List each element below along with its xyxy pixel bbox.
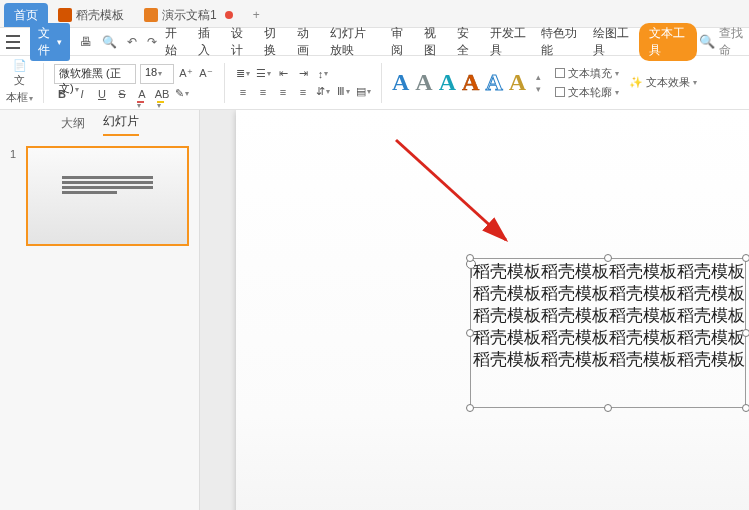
- presentation-icon: [58, 8, 72, 22]
- thumbnail-list: 1: [0, 136, 199, 256]
- align-left-button[interactable]: ≡: [235, 84, 251, 100]
- menu-review[interactable]: 审阅: [385, 23, 416, 61]
- group-textbox[interactable]: 📄 文 本框: [6, 60, 33, 105]
- align-justify-button[interactable]: ≡: [295, 84, 311, 100]
- qat-print-icon[interactable]: 🖶: [80, 35, 92, 49]
- divider: [381, 63, 382, 103]
- search-placeholder: 查找命: [719, 25, 743, 59]
- wordart-gallery[interactable]: A A A A A A: [392, 69, 526, 96]
- strike-button[interactable]: S: [114, 86, 130, 102]
- numbering-button[interactable]: ☰: [255, 66, 271, 82]
- bullets-button[interactable]: ≣: [235, 66, 251, 82]
- text-outline-button[interactable]: 文本轮廓▾: [555, 85, 619, 100]
- pane-tab-outline[interactable]: 大纲: [61, 115, 85, 136]
- hamburger-icon[interactable]: [6, 35, 20, 49]
- textbox-selection[interactable]: 稻壳模板稻壳模板稻壳模板稻壳模板稻壳模板稻壳模板稻壳模板稻壳模板稻壳模板稻壳模板…: [470, 258, 746, 408]
- menu-security[interactable]: 安全: [451, 23, 482, 61]
- font-family-select[interactable]: 微软雅黑 (正文): [54, 64, 136, 84]
- menu-design[interactable]: 设计: [225, 23, 256, 61]
- wordart-style-4[interactable]: A: [462, 69, 479, 96]
- slide-canvas[interactable]: 稻壳模板稻壳模板稻壳模板稻壳模板稻壳模板稻壳模板稻壳模板稻壳模板稻壳模板稻壳模板…: [236, 110, 749, 510]
- indent-dec-button[interactable]: ⇤: [275, 66, 291, 82]
- indent-inc-button[interactable]: ⇥: [295, 66, 311, 82]
- text-effects-label: 文本效果: [646, 75, 690, 90]
- font-size-value: 18: [145, 66, 157, 78]
- menu-insert[interactable]: 插入: [192, 23, 223, 61]
- file-menu[interactable]: 文件: [30, 23, 70, 61]
- font-color-button[interactable]: A: [134, 86, 150, 102]
- annotation-arrow: [396, 140, 526, 263]
- menu-texttools[interactable]: 文本工具: [639, 23, 697, 61]
- wordart-style-3[interactable]: A: [439, 69, 456, 96]
- increase-font-button[interactable]: A⁺: [178, 66, 194, 82]
- line-spacing-button[interactable]: ↕: [315, 66, 331, 82]
- clear-format-button[interactable]: ✎: [174, 86, 190, 102]
- menu-bar: 文件 🖶 🔍 ↶ ↷ 开始 插入 设计 切换 动画 幻灯片放映 审阅 视图 安全…: [0, 28, 749, 56]
- tab-doc2-label: 演示文稿1: [162, 7, 217, 24]
- highlight-button[interactable]: AB: [154, 86, 170, 102]
- textbox-content[interactable]: 稻壳模板稻壳模板稻壳模板稻壳模板稻壳模板稻壳模板稻壳模板稻壳模板稻壳模板稻壳模板…: [473, 261, 748, 371]
- pane-tab-slides[interactable]: 幻灯片: [103, 113, 139, 136]
- text-effects-button[interactable]: ✨文本效果▾: [629, 75, 697, 90]
- menu-slideshow[interactable]: 幻灯片放映: [324, 23, 383, 61]
- text-outline-label: 文本轮廓: [568, 85, 612, 100]
- slide-thumbnail-1[interactable]: [26, 146, 189, 246]
- menu-transition[interactable]: 切换: [258, 23, 289, 61]
- slide-panel: 大纲 幻灯片 1: [0, 110, 200, 510]
- resize-handle-s[interactable]: [604, 404, 612, 412]
- search-icon: 🔍: [699, 34, 715, 49]
- menu-start[interactable]: 开始: [159, 23, 190, 61]
- wordart-style-1[interactable]: A: [392, 69, 409, 96]
- qat-undo-icon[interactable]: ↶: [127, 35, 137, 49]
- presentation-icon: [144, 8, 158, 22]
- align-right-button[interactable]: ≡: [275, 84, 291, 100]
- qat-redo-icon[interactable]: ↷: [147, 35, 157, 49]
- tab-home-label: 首页: [14, 7, 38, 24]
- menu-left: 文件 🖶 🔍 ↶ ↷: [6, 23, 157, 61]
- menu-feature[interactable]: 特色功能: [535, 23, 585, 61]
- unsaved-dot-icon: [225, 11, 233, 19]
- font-size-select[interactable]: 18: [140, 64, 174, 84]
- divider: [43, 63, 44, 103]
- group-font: 微软雅黑 (正文) 18 A⁺ A⁻ B I U S A AB ✎: [54, 64, 214, 102]
- resize-handle-se[interactable]: [742, 404, 749, 412]
- decrease-font-button[interactable]: A⁻: [198, 66, 214, 82]
- fill-icon: [555, 68, 565, 78]
- effects-icon: ✨: [629, 76, 643, 89]
- wordart-style-6[interactable]: A: [509, 69, 526, 96]
- text-direction-button[interactable]: Ⅲ: [335, 84, 351, 100]
- ribbon: 📄 文 本框 微软雅黑 (正文) 18 A⁺ A⁻ B I U S A AB ✎…: [0, 56, 749, 110]
- canvas-area[interactable]: 稻壳模板稻壳模板稻壳模板稻壳模板稻壳模板稻壳模板稻壳模板稻壳模板稻壳模板稻壳模板…: [200, 110, 749, 510]
- pane-tabs: 大纲 幻灯片: [0, 110, 199, 136]
- work-area: 大纲 幻灯片 1: [0, 110, 749, 510]
- file-menu-label: 文件: [38, 25, 54, 59]
- underline-button[interactable]: U: [94, 86, 110, 102]
- text-fill-label: 文本填充: [568, 66, 612, 81]
- search-area[interactable]: 🔍 查找命: [699, 25, 743, 59]
- textbox-label-1: 文: [14, 73, 25, 88]
- divider: [224, 63, 225, 103]
- menu-animation[interactable]: 动画: [291, 23, 322, 61]
- menu-drawtools[interactable]: 绘图工具: [587, 23, 637, 61]
- text-fill-button[interactable]: 文本填充▾: [555, 66, 619, 81]
- group-text-effects: 文本填充▾ 文本轮廓▾: [555, 66, 619, 100]
- thumb-preview-text: [62, 176, 153, 196]
- group-paragraph: ≣ ☰ ⇤ ⇥ ↕ ≡ ≡ ≡ ≡ ⇵ Ⅲ ▤: [235, 66, 371, 100]
- menu-dev[interactable]: 开发工具: [484, 23, 534, 61]
- outline-icon: [555, 87, 565, 97]
- wordart-more[interactable]: ▴ ▾: [536, 72, 541, 94]
- columns-button[interactable]: ▤: [355, 84, 371, 100]
- svg-line-0: [396, 140, 506, 240]
- align-center-button[interactable]: ≡: [255, 84, 271, 100]
- thumb-index: 1: [10, 146, 20, 246]
- textbox-icon: 📄: [13, 60, 27, 71]
- align-vert-button[interactable]: ⇵: [315, 84, 331, 100]
- wordart-style-5[interactable]: A: [485, 69, 502, 96]
- tab-doc1-label: 稻壳模板: [76, 7, 124, 24]
- resize-handle-sw[interactable]: [466, 404, 474, 412]
- textbox-label-2: 本框: [6, 90, 33, 105]
- wordart-style-2[interactable]: A: [415, 69, 432, 96]
- qat-preview-icon[interactable]: 🔍: [102, 35, 117, 49]
- menu-view[interactable]: 视图: [418, 23, 449, 61]
